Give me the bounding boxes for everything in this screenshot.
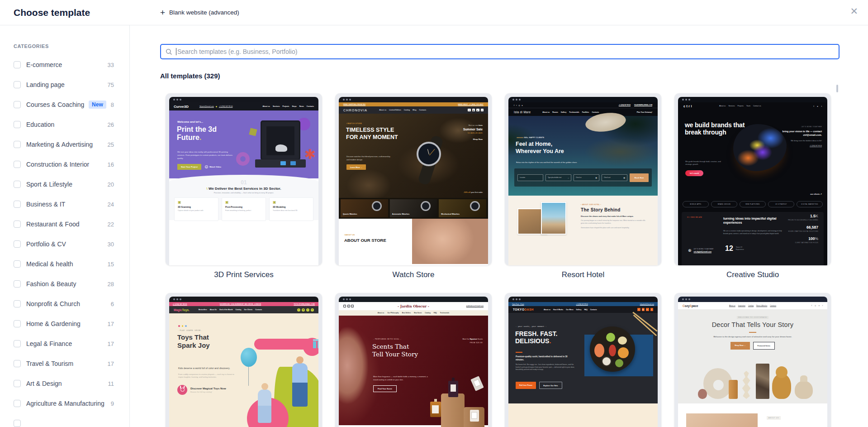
- booking-field: Check-out▦: [602, 174, 627, 181]
- category-count: 75: [108, 82, 114, 88]
- category-item[interactable]: Education 26: [14, 115, 114, 134]
- category-count: 17: [108, 360, 114, 367]
- template-preview: +1 (234) 567 89 00SHOWROOM: 1234 EGREMON…: [166, 293, 322, 427]
- category-item[interactable]: Restaurant & Food 22: [14, 214, 114, 234]
- booking-field: Type placeholder text⌄: [545, 174, 571, 181]
- category-item[interactable]: Art & Design 11: [14, 374, 114, 393]
- nav-item: News: [299, 106, 304, 107]
- checkbox[interactable]: [14, 320, 21, 327]
- category-item[interactable]: Marketing & Advertising 25: [14, 134, 114, 154]
- category-item[interactable]: Landing page 75: [14, 75, 114, 95]
- checkbox[interactable]: [14, 221, 21, 228]
- category-label: Medical & health: [26, 260, 73, 268]
- category-item[interactable]: Sport & Lifestyle 20: [14, 174, 114, 194]
- checkbox[interactable]: [14, 81, 21, 88]
- nav-item: Best Sellers: [402, 312, 411, 314]
- checkbox[interactable]: [14, 300, 21, 307]
- category-item[interactable]: [14, 413, 114, 427]
- nav-item: Catalog: [404, 109, 410, 111]
- checkbox[interactable]: [14, 260, 21, 268]
- category-item[interactable]: Construction & Interior 16: [14, 154, 114, 174]
- template-preview: ft◎▸ +1 (234) 567 89 00ISLADIMARE@EMAIL.…: [505, 93, 661, 265]
- category-item[interactable]: Nonprofit & Church 6: [14, 294, 114, 314]
- checkbox[interactable]: [14, 360, 21, 367]
- category-item[interactable]: Business & IT 24: [14, 194, 114, 214]
- child-graphic: [258, 389, 271, 423]
- search-bar[interactable]: [160, 44, 840, 59]
- checkbox[interactable]: [14, 400, 21, 407]
- category-item[interactable]: Courses & Coaching New 8: [14, 95, 114, 115]
- book-now-button: Book Now: [630, 173, 649, 182]
- twitter-icon: t: [481, 109, 484, 112]
- category-label: Education: [26, 121, 54, 128]
- nav-item: UX STRATEGY: [768, 201, 794, 207]
- instagram-icon: ◎: [472, 109, 475, 112]
- template-card-decor-store[interactable]: CozySpace About usInspirationCatalogNews…: [674, 293, 831, 427]
- category-item[interactable]: Medical & health 15: [14, 254, 114, 274]
- checkbox[interactable]: [14, 380, 21, 387]
- category-count: 16: [108, 161, 114, 168]
- checkbox[interactable]: [14, 280, 21, 288]
- nav-item: Gallery: [576, 309, 582, 311]
- category-label: Fashion & Beauty: [26, 280, 76, 288]
- cta-button: let's work: [685, 170, 703, 176]
- nav-item: FREE SHIPPING FROM $50: [343, 104, 365, 106]
- template-card-perfume-store[interactable]: f◎▸ - Jardin Obscur - jardinobscur@email…: [335, 293, 492, 427]
- template-card-3d-print-services[interactable]: Curve3D 3d.print@email.com+1 (234) 567 8…: [166, 93, 322, 293]
- checkbox[interactable]: [14, 121, 21, 128]
- nav-item: About us: [378, 312, 384, 314]
- checkbox[interactable]: [14, 61, 21, 68]
- checkbox[interactable]: [14, 340, 21, 347]
- nav-item: About us: [719, 105, 726, 107]
- category-count: 25: [108, 141, 114, 148]
- site-nav: About usInspirationCatalogNews & Article…: [678, 305, 827, 307]
- category-count: 11: [108, 380, 114, 387]
- template-card-watch-store[interactable]: FREE SHIPPING FROM $50NEED HELP: +1 (800…: [335, 93, 492, 293]
- template-card-sushi-delivery[interactable]: Open 8 am - 10 pm+1 (234) 567 89 00tokyo…: [505, 293, 661, 427]
- gift-graphic: [313, 341, 318, 348]
- page-title: Choose template: [14, 7, 90, 18]
- facebook-icon: f: [468, 109, 471, 112]
- checkbox[interactable]: [14, 181, 21, 188]
- checkbox[interactable]: [14, 161, 21, 168]
- category-item[interactable]: Fashion & Beauty 28: [14, 274, 114, 294]
- perfume-bottle-graphic: [448, 381, 458, 397]
- category-item[interactable]: Agriculture & Manufacturing 9: [14, 393, 114, 413]
- checkbox[interactable]: [14, 141, 21, 148]
- instagram-icon: ◎: [302, 308, 305, 312]
- checkbox[interactable]: [14, 420, 21, 427]
- category-item[interactable]: E-commerce 33: [14, 55, 114, 75]
- template-card-creative-studio[interactable]: ctrl About usServicesProjectsTeamContact…: [674, 93, 831, 293]
- close-icon[interactable]: ✕: [850, 6, 858, 16]
- category-label: Construction & Interior: [26, 161, 89, 168]
- site-topbar: FREE SHIPPING FROM $50NEED HELP: +1 (800…: [339, 102, 488, 106]
- category-tile: Mechanical Watches: [439, 199, 486, 217]
- category-item[interactable]: Legal & Finance 17: [14, 334, 114, 354]
- checkbox[interactable]: [14, 240, 21, 248]
- site-logo: Curve3D: [174, 105, 189, 109]
- category-item[interactable]: Portfolio & CV 30: [14, 234, 114, 254]
- template-preview: ctrl About usServicesProjectsTeamContact…: [674, 93, 831, 265]
- nav-item: Catalog: [236, 309, 242, 311]
- template-card-resort-hotel[interactable]: ft◎▸ +1 (234) 567 89 00ISLADIMARE@EMAIL.…: [505, 93, 661, 293]
- social-icons: f◎▸t: [811, 305, 823, 307]
- category-tile: Automatic Watches: [390, 199, 437, 217]
- feature-icon: ▣: [178, 201, 215, 204]
- blank-website-button[interactable]: + Blank website (advanced): [160, 8, 239, 17]
- scrollbar-thumb[interactable]: [836, 85, 838, 92]
- category-count: 15: [108, 261, 114, 268]
- nav-item: +1 (234) 567 89 00: [576, 303, 588, 305]
- checkbox[interactable]: [14, 201, 21, 208]
- new-badge: New: [89, 101, 106, 109]
- search-input[interactable]: [177, 48, 834, 55]
- nav-item: About Us: [210, 309, 217, 311]
- category-item[interactable]: Home & Gardening 17: [14, 314, 114, 334]
- site-nav: About usLimited EditionCatalogBlogContac…: [379, 109, 426, 111]
- checkbox[interactable]: [14, 101, 21, 108]
- browser-chrome: [169, 97, 318, 102]
- calendar-icon: ▦: [595, 177, 597, 179]
- category-item[interactable]: Travel & Tourism 17: [14, 354, 114, 374]
- category-list: E-commerce 33 Landing page 75 Courses & …: [14, 55, 114, 427]
- browser-chrome: [169, 297, 318, 302]
- template-card-toys-store[interactable]: +1 (234) 567 89 00SHOWROOM: 1234 EGREMON…: [166, 293, 322, 427]
